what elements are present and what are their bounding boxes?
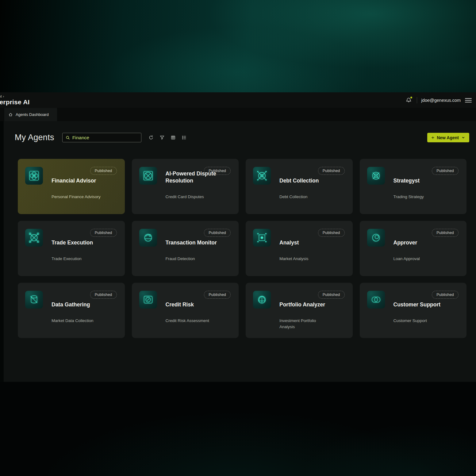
user-email[interactable]: jdoe@genexus.com [421, 98, 461, 103]
agent-card-title: Strategyst [393, 177, 420, 185]
screen: Globant › Enterprise AI jdoe@genexus.com… [0, 0, 476, 476]
status-badge: Published [432, 229, 459, 237]
agent-card-title: Analyst [279, 239, 299, 247]
agent-card[interactable]: Published Credit Risk Credit Risk Assess… [132, 283, 239, 338]
brand-logo: Globant › Enterprise AI [0, 95, 30, 106]
agent-card[interactable]: Published Analyst Market Analysis [246, 221, 353, 276]
plus-icon: + [431, 135, 434, 140]
agent-card[interactable]: Published AI-Powered Dispute Resolution … [132, 159, 239, 214]
agent-card-description: Trading Strategy [393, 194, 445, 200]
agent-card[interactable]: Published Debt Collection Debt Collectio… [246, 159, 353, 214]
flower-agent-icon [25, 167, 43, 185]
header-divider [417, 97, 417, 103]
header-actions: jdoe@genexus.com [405, 97, 472, 104]
view-tools [147, 133, 189, 142]
agent-card-title: Financial Advisor [52, 177, 96, 185]
breadcrumb[interactable]: Agents Dashboard [4, 108, 57, 121]
dispute-agent-icon [139, 167, 157, 185]
agent-card-title: Trade Execution [52, 239, 93, 247]
search-box [62, 133, 141, 142]
agent-card[interactable]: Published Trade Execution Trade Executio… [18, 221, 125, 276]
list-view-icon[interactable] [180, 133, 189, 142]
credit-agent-icon [139, 291, 157, 309]
brand-small-label: Globant › [0, 95, 30, 98]
new-agent-button[interactable]: + New Agent [427, 133, 469, 142]
agent-card-title: Debt Collection [279, 177, 319, 185]
page-title: My Agents [15, 133, 54, 142]
agent-card-title: Credit Risk [166, 301, 194, 309]
agent-card-description: Market Analysis [279, 256, 331, 262]
status-badge: Published [204, 167, 231, 175]
approver-agent-icon [367, 229, 385, 247]
menu-icon[interactable] [465, 97, 472, 104]
grid-view-icon[interactable] [169, 133, 178, 142]
agent-card-title: Approver [393, 239, 417, 247]
status-badge: Published [204, 291, 231, 299]
status-badge: Published [90, 229, 117, 237]
agent-card-title: Transaction Monitor [166, 239, 217, 247]
agent-card-description: Fraud Detection [166, 256, 217, 262]
status-badge: Published [90, 167, 117, 175]
chevron-down-icon [461, 136, 465, 140]
agent-card[interactable]: Published Strategyst Trading Strategy [360, 159, 467, 214]
notifications-bell-icon[interactable] [405, 97, 413, 104]
status-badge: Published [90, 291, 117, 299]
agents-grid: Published Financial Advisor Personal Fin… [18, 159, 466, 338]
agent-card-description: Trade Execution [52, 256, 103, 262]
agent-card-description: Market Data Collection [52, 318, 103, 324]
agent-card[interactable]: Published Transaction Monitor Fraud Dete… [132, 221, 239, 276]
status-badge: Published [318, 229, 345, 237]
venn-agent-icon [367, 291, 385, 309]
bottom-backdrop [0, 382, 476, 476]
agent-card[interactable]: Published Approver Loan Approval [360, 221, 467, 276]
breadcrumb-bar: Agents Dashboard [0, 108, 476, 121]
status-badge: Published [318, 167, 345, 175]
status-badge: Published [432, 291, 459, 299]
refresh-icon[interactable] [147, 133, 155, 142]
status-badge: Published [318, 291, 345, 299]
agent-card-title: Portfolio Analyzer [279, 301, 325, 309]
agent-card-description: Credit Risk Assessment [166, 318, 217, 324]
brand-main-label: Enterprise AI [0, 99, 30, 106]
home-icon [8, 112, 13, 117]
agent-card[interactable]: Published Customer Support Customer Supp… [360, 283, 467, 338]
app-header: Globant › Enterprise AI jdoe@genexus.com [0, 92, 476, 108]
main-content: My Agents + [4, 121, 476, 382]
hero-backdrop [0, 0, 476, 92]
agent-card-description: Investment Portfolio Analysis [279, 318, 331, 330]
agent-card-description: Debt Collection [279, 194, 331, 200]
agent-card[interactable]: Published Financial Advisor Personal Fin… [18, 159, 125, 214]
toolbar: My Agents + [4, 121, 476, 142]
analyst-agent-icon [253, 229, 271, 247]
filter-icon[interactable] [158, 133, 167, 142]
strategy-agent-icon [367, 167, 385, 185]
agent-card-title: Data Gathering [52, 301, 90, 309]
search-icon [66, 136, 70, 140]
status-badge: Published [432, 167, 459, 175]
new-agent-label: New Agent [437, 135, 459, 140]
globe-agent-icon [253, 291, 271, 309]
crosshair-agent-icon [253, 167, 271, 185]
agent-card[interactable]: Published Portfolio Analyzer Investment … [246, 283, 353, 338]
agent-card-description: Credit Card Disputes [166, 194, 217, 200]
monitor-agent-icon [139, 229, 157, 247]
trade-agent-icon [25, 229, 43, 247]
search-input[interactable] [72, 135, 138, 140]
agent-card-description: Customer Support [393, 318, 445, 324]
agent-card-title: Customer Support [393, 301, 441, 309]
breadcrumb-label: Agents Dashboard [16, 112, 49, 117]
agent-card-description: Loan Approval [393, 256, 445, 262]
agent-card-description: Personal Finance Advisory [52, 194, 103, 200]
agent-card[interactable]: Published Data Gathering Market Data Col… [18, 283, 125, 338]
notification-dot [410, 97, 412, 98]
database-agent-icon [25, 291, 43, 309]
status-badge: Published [204, 229, 231, 237]
